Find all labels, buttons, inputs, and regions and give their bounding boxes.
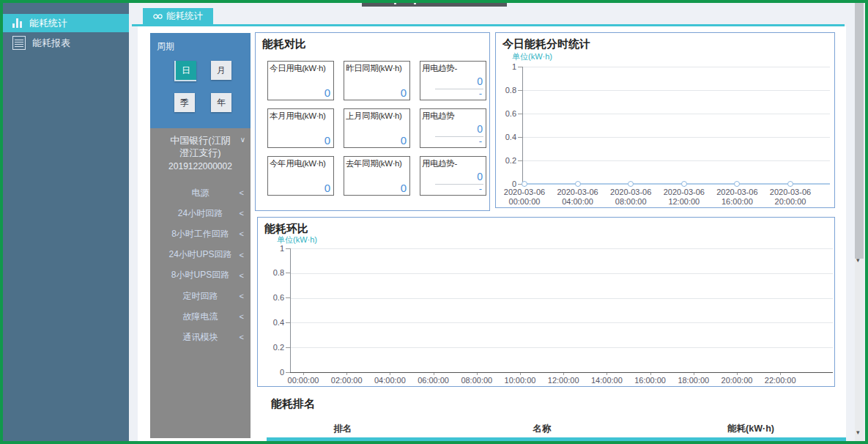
y-axis-label: 1 [256, 244, 284, 253]
station-selector[interactable]: 中国银行(江阴 澄江支行) 2019122000002 ∨ [150, 134, 251, 173]
menu-item[interactable]: 电源< [150, 187, 251, 199]
stat-label: 本月用电(kW·h) [270, 111, 326, 122]
trend-sub-value: - [479, 136, 482, 147]
y-axis-label: 0.8 [256, 268, 284, 277]
report-icon [12, 36, 26, 50]
trend-divider [435, 184, 483, 185]
data-point-marker [787, 181, 793, 187]
scrollbar-thumb[interactable] [855, 3, 864, 259]
x-axis-line [290, 372, 833, 373]
bar-chart-icon [12, 18, 22, 28]
menu-item[interactable]: 故障电流< [150, 311, 251, 322]
gridline [290, 273, 833, 274]
gridline [290, 347, 833, 348]
stat-label: 今年用电(kW·h) [270, 158, 326, 169]
data-point-marker [628, 181, 634, 187]
menu-item-label: 24小时UPS回路 [168, 248, 231, 261]
chevron-left-icon: < [240, 333, 244, 341]
chevron-down-icon: ∨ [240, 136, 245, 144]
scrollbar-arrow-icon[interactable]: ▾ [856, 256, 860, 264]
trend-divider [435, 89, 483, 89]
chevron-left-icon: < [240, 209, 244, 218]
sidebar-item-energy-stats[interactable]: 能耗统计 [0, 14, 129, 32]
menu-item-label: 故障电流 [183, 311, 218, 323]
stats-icon [153, 13, 163, 20]
chevron-left-icon: < [240, 292, 244, 300]
sidebar: 能耗统计 能耗报表 [0, 0, 129, 444]
menu-item-label: 电源 [192, 187, 209, 199]
app-window: 能耗统计 能耗报表 能耗统计 周期 日月季年 中国银行(江阴 澄江支行) 201… [0, 0, 868, 444]
tab-underline [132, 24, 845, 26]
menu-item[interactable]: 24小时UPS回路< [150, 249, 251, 261]
x-axis-label: 2020-03-06 20:00:00 [757, 188, 824, 207]
menu-item-label: 定时回路 [183, 290, 218, 303]
stat-value: 0 [401, 86, 407, 99]
trend-box: 用电趋势-0- [420, 156, 486, 196]
stat-label: 用电趋势- [422, 63, 457, 74]
stat-label: 用电趋势 [422, 111, 454, 122]
menu-item[interactable]: 8小时工作回路< [150, 228, 251, 240]
stat-box: 今年用电(kW·h)0 [267, 156, 334, 196]
menu-item[interactable]: 8小时UPS回路< [150, 270, 251, 281]
stat-label: 上月同期(kW·h) [346, 111, 402, 122]
window-frame [865, 0, 868, 444]
chevron-left-icon: < [240, 229, 244, 238]
stat-box: 上月同期(kW·h)0 [344, 108, 410, 148]
period-button-季[interactable]: 季 [174, 93, 195, 112]
menu-item[interactable]: 24小时回路< [150, 207, 251, 219]
ranking-header-rank: 排名 [334, 423, 352, 435]
period-button-年[interactable]: 年 [211, 93, 231, 112]
trend-box: 用电趋势-0- [420, 61, 486, 100]
stat-label: 去年同期(kW·h) [346, 158, 402, 169]
y-axis-label: 0.2 [256, 343, 284, 352]
period-panel: 周期 日月季年 [150, 33, 251, 128]
stat-box: 昨日同期(kW·h)0 [344, 61, 410, 100]
stat-label: 今日用电(kW·h) [270, 63, 326, 74]
stat-box: 今日用电(kW·h)0 [267, 61, 334, 100]
menu-item-label: 8小时工作回路 [171, 228, 229, 240]
station-name-line1: 中国银行(江阴 [150, 134, 251, 147]
data-point-marker [681, 181, 687, 187]
unit-label: 单位(kW·h) [512, 51, 552, 62]
menu-item-label: 8小时UPS回路 [171, 269, 229, 281]
trend-box: 用电趋势0- [420, 108, 486, 148]
stat-label: 昨日同期(kW·h) [346, 63, 402, 74]
sidebar-item-label: 能耗报表 [32, 37, 70, 50]
chevron-left-icon: < [240, 188, 244, 197]
y-axis-label: 0.4 [256, 318, 284, 327]
y-axis-label: 0.8 [489, 86, 516, 95]
menu-item[interactable]: 定时回路< [150, 290, 251, 302]
sidebar-item-label: 能耗统计 [29, 17, 67, 30]
sidebar-item-energy-report[interactable]: 能耗报表 [0, 34, 129, 52]
menu-item-label: 通讯模块 [183, 331, 218, 344]
gridline [290, 322, 833, 323]
y-axis-label: 1 [489, 62, 516, 71]
period-button-日[interactable]: 日 [174, 61, 196, 81]
ring-ratio-chart-panel: 能耗环比 单位(kW·h) 00.20.40.60.8100:00:0002:0… [257, 217, 835, 387]
gridline [290, 248, 833, 249]
y-axis-label: 0.6 [489, 109, 516, 118]
stat-label: 用电趋势- [422, 158, 457, 169]
gridline [522, 114, 830, 114]
chevron-left-icon: < [240, 271, 244, 280]
period-button-月[interactable]: 月 [211, 61, 231, 80]
chart-title: 今日能耗分时统计 [502, 37, 590, 51]
station-code: 2019122000002 [150, 160, 251, 173]
stat-value: 0 [401, 134, 407, 147]
stat-box: 去年同期(kW·h)0 [344, 156, 410, 196]
menu-item[interactable]: 通讯模块< [150, 331, 251, 343]
data-point-marker [734, 181, 740, 187]
tab-energy-stats[interactable]: 能耗统计 [143, 8, 213, 24]
stat-box: 本月用电(kW·h)0 [267, 108, 334, 148]
gridline [522, 90, 830, 91]
stat-value: 0 [324, 86, 330, 99]
menu-item-label: 24小时回路 [178, 207, 223, 220]
trend-sub-value: - [479, 183, 482, 194]
stat-value: 0 [324, 134, 330, 147]
stat-value: 0 [324, 182, 330, 194]
station-name-line2: 澄江支行) [150, 147, 251, 159]
y-axis-label: 0.6 [256, 293, 284, 302]
window-frame [0, 0, 3, 444]
ranking-header-name: 名称 [533, 423, 552, 435]
scrollbar-down-arrow-icon[interactable]: ▾ [856, 429, 860, 436]
